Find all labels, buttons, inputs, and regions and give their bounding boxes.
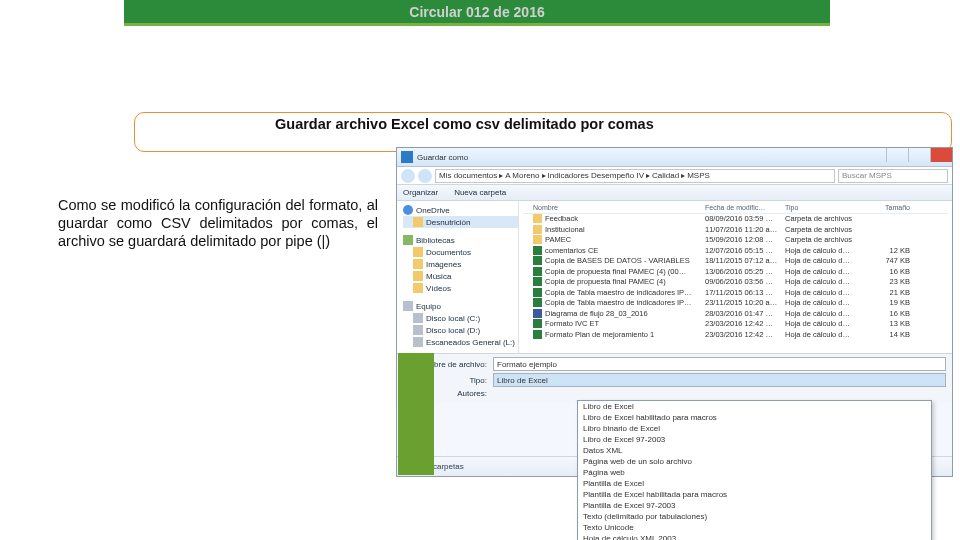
path-seg[interactable]: Calidad xyxy=(652,171,679,180)
sidebar-libraries[interactable]: Bibliotecas xyxy=(403,234,518,246)
save-as-dialog: Guardar como Mis documentos▸ A Moreno▸ I… xyxy=(396,147,953,477)
file-row[interactable]: PAMEC15/09/2016 12:08 …Carpeta de archiv… xyxy=(523,235,948,246)
file-row[interactable]: Copia de Tabla maestro de indicadores IP… xyxy=(523,287,948,298)
drive-icon xyxy=(413,313,423,323)
sidebar-drive-c[interactable]: Disco local (C:) xyxy=(403,312,518,324)
folder-icon xyxy=(413,283,423,293)
library-icon xyxy=(403,235,413,245)
excel-file-icon xyxy=(533,288,542,297)
type-option[interactable]: Libro de Excel 97-2003 xyxy=(578,434,931,445)
sidebar-drive-l[interactable]: Escaneados General (L:) xyxy=(403,336,518,348)
sidebar-images[interactable]: Imágenes xyxy=(403,258,518,270)
sidebar-music[interactable]: Música xyxy=(403,270,518,282)
type-option[interactable]: Libro de Excel xyxy=(578,401,931,412)
type-option[interactable]: Texto (delimitado por tabulaciones) xyxy=(578,511,931,522)
close-button[interactable] xyxy=(930,148,952,162)
type-option[interactable]: Plantilla de Excel 97-2003 xyxy=(578,500,931,511)
excel-file-icon xyxy=(533,330,542,339)
computer-icon xyxy=(403,301,413,311)
type-option[interactable]: Plantilla de Excel xyxy=(578,478,931,489)
file-row[interactable]: Copia de propuesta final PAMEC (4)09/06/… xyxy=(523,277,948,288)
cloud-icon xyxy=(403,205,413,215)
dialog-title: Guardar como xyxy=(417,153,468,162)
dialog-titlebar: Guardar como xyxy=(397,148,952,167)
visio-file-icon xyxy=(533,309,542,318)
file-row[interactable]: Diagrama de flujo 28_03_201628/03/2016 0… xyxy=(523,308,948,319)
type-option[interactable]: Hoja de cálculo XML 2003 xyxy=(578,533,931,540)
path-seg[interactable]: Mis documentos xyxy=(439,171,497,180)
excel-file-icon xyxy=(533,256,542,265)
sidebar-tree: OneDrive Desnutrición Bibliotecas Docume… xyxy=(397,201,519,353)
search-placeholder: Buscar MSPS xyxy=(842,171,892,180)
file-list: Nombre Fecha de modific… Tipo Tamaño Fee… xyxy=(519,201,952,353)
type-option[interactable]: Libro binario de Excel xyxy=(578,423,931,434)
type-option[interactable]: Página web xyxy=(578,467,931,478)
minimize-button[interactable] xyxy=(886,148,908,162)
type-option[interactable]: Libro de Excel habilitado para macros xyxy=(578,412,931,423)
file-row[interactable]: Copia de BASES DE DATOS - VARIABLES18/11… xyxy=(523,256,948,267)
type-option[interactable]: Texto Unicode xyxy=(578,522,931,533)
folder-icon xyxy=(413,217,423,227)
file-row[interactable]: Copia de propuesta final PAMEC (4) (00…1… xyxy=(523,266,948,277)
sidebar-drive-d[interactable]: Disco local (D:) xyxy=(403,324,518,336)
sidebar-videos[interactable]: Vídeos xyxy=(403,282,518,294)
excel-file-icon xyxy=(533,298,542,307)
file-list-header: Nombre Fecha de modific… Tipo Tamaño xyxy=(523,203,948,214)
folder-icon xyxy=(533,214,542,223)
sidebar-documents[interactable]: Documentos xyxy=(403,246,518,258)
type-option[interactable]: Página web de un solo archivo xyxy=(578,456,931,467)
excel-icon xyxy=(401,151,413,163)
sidebar-onedrive[interactable]: OneDrive xyxy=(403,204,518,216)
folder-icon xyxy=(413,247,423,257)
excel-file-icon xyxy=(533,277,542,286)
file-row[interactable]: Copia de Tabla maestro de indicadores IP… xyxy=(523,298,948,309)
type-dropdown-list[interactable]: Libro de ExcelLibro de Excel habilitado … xyxy=(577,400,932,540)
file-row[interactable]: Formato Plan de mejoramiento 123/03/2016… xyxy=(523,329,948,340)
file-row[interactable]: Formato IVC ET23/03/2016 12:42 …Hoja de … xyxy=(523,319,948,330)
file-row[interactable]: Institucional11/07/2016 11:20 a…Carpeta … xyxy=(523,224,948,235)
nav-back-button[interactable] xyxy=(401,169,415,183)
drive-icon xyxy=(413,325,423,335)
excel-file-icon xyxy=(533,246,542,255)
excel-file-icon xyxy=(533,319,542,328)
breadcrumb-bar: Mis documentos▸ A Moreno▸ Indicadores De… xyxy=(397,167,952,185)
new-folder-button[interactable]: Nueva carpeta xyxy=(454,188,506,197)
path-segments[interactable]: Mis documentos▸ A Moreno▸ Indicadores De… xyxy=(435,169,835,183)
folder-icon xyxy=(533,235,542,244)
excel-file-icon xyxy=(533,267,542,276)
nav-forward-button[interactable] xyxy=(418,169,432,183)
sidebar-folder-desnutricion[interactable]: Desnutrición xyxy=(403,216,518,228)
drive-icon xyxy=(413,337,423,347)
folder-icon xyxy=(413,271,423,281)
type-select[interactable]: Libro de Excel xyxy=(493,373,946,387)
path-seg[interactable]: A Moreno xyxy=(505,171,539,180)
folder-icon xyxy=(413,259,423,269)
maximize-button[interactable] xyxy=(908,148,930,162)
file-row[interactable]: Feedback08/09/2016 03:59 …Carpeta de arc… xyxy=(523,214,948,225)
type-option[interactable]: Plantilla de Excel habilitada para macro… xyxy=(578,489,931,500)
subheading-text: Guardar archivo Excel como csv delimitad… xyxy=(275,116,654,132)
header-bar: Circular 012 de 2016 xyxy=(124,0,830,26)
sidebar-computer[interactable]: Equipo xyxy=(403,300,518,312)
green-accent-strip xyxy=(398,353,434,475)
type-option[interactable]: Datos XML xyxy=(578,445,931,456)
search-input[interactable]: Buscar MSPS xyxy=(838,169,948,183)
subheading-box: Guardar archivo Excel como csv delimitad… xyxy=(134,112,952,152)
file-row[interactable]: comentarios CE12/07/2016 05:15 …Hoja de … xyxy=(523,245,948,256)
filename-input[interactable]: Formato ejemplo xyxy=(493,357,946,371)
dialog-bottom: Nombre de archivo: Formato ejemplo Tipo:… xyxy=(397,353,952,403)
path-seg[interactable]: MSPS xyxy=(687,171,710,180)
folder-icon xyxy=(533,225,542,234)
path-seg[interactable]: Indicadores Desempeño IV xyxy=(548,171,645,180)
organize-button[interactable]: Organizar xyxy=(403,188,438,197)
header-title: Circular 012 de 2016 xyxy=(409,4,544,20)
explanation-text: Como se modificó la configuración del fo… xyxy=(58,196,378,250)
dialog-toolbar: Organizar Nueva carpeta xyxy=(397,185,952,201)
